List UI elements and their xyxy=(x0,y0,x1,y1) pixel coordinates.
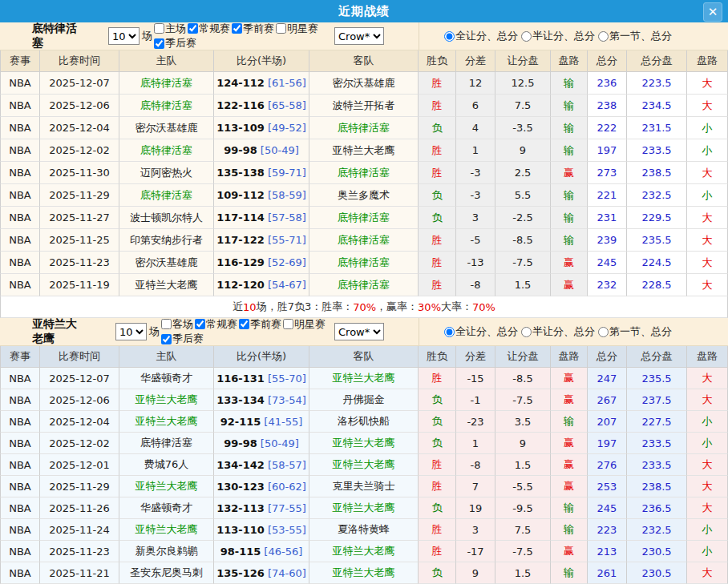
table-body: NBA2025-12-07底特律活塞124-112[61-56]密尔沃基雄鹿胜1… xyxy=(0,72,728,296)
point-diff-cell: -1 xyxy=(456,389,495,411)
point-diff-cell: -13 xyxy=(456,252,495,274)
handicap-result-cell: 输 xyxy=(551,184,588,207)
score-cell: 135-138[59-71] xyxy=(214,162,309,184)
result-cell: 胜 xyxy=(419,162,456,184)
view-radio[interactable]: 半让分、总分 xyxy=(520,324,595,339)
score-cell: 92-115[41-55] xyxy=(214,411,309,433)
odds-mode-select[interactable]: Crow* xyxy=(334,323,384,340)
over-under-cell: 大 xyxy=(687,95,728,117)
total-points-cell: 245 xyxy=(588,497,627,519)
checkbox-input[interactable] xyxy=(232,23,242,34)
handicap-line-cell: 5.5 xyxy=(495,184,551,207)
handicap-result-cell: 输 xyxy=(551,229,588,252)
handicap-result-cell: 输 xyxy=(551,411,588,433)
filter-checkbox[interactable]: 季后赛 xyxy=(160,332,204,346)
away-team-cell: 亚特兰大老鹰 xyxy=(309,541,419,562)
checkbox-input[interactable] xyxy=(154,23,164,34)
game-row: NBA2025-12-01费城76人134-142[58-57]亚特兰大老鹰胜-… xyxy=(0,454,728,476)
over-under-cell: 大 xyxy=(687,72,728,95)
column-header: 比赛时间 xyxy=(40,50,119,72)
point-diff-cell: -5 xyxy=(456,229,495,252)
checkbox-input[interactable] xyxy=(283,319,293,329)
total-line-cell: 224.5 xyxy=(627,252,687,274)
column-header: 赛事 xyxy=(0,50,40,72)
checkbox-input[interactable] xyxy=(154,38,164,49)
filter-checkbox[interactable]: 季前赛 xyxy=(237,317,281,332)
result-cell: 负 xyxy=(419,207,456,229)
view-radio[interactable]: 半让分、总分 xyxy=(520,29,595,43)
close-icon[interactable]: ✕ xyxy=(703,2,722,22)
checkbox-input[interactable] xyxy=(195,319,205,329)
checkbox-input[interactable] xyxy=(161,319,172,329)
over-under-cell: 小 xyxy=(687,117,728,139)
filter-checkbox[interactable]: 明星赛 xyxy=(274,22,318,36)
view-radio[interactable]: 第一节、总分 xyxy=(597,324,672,339)
home-team-cell: 亚特兰大老鹰 xyxy=(119,274,214,296)
league-cell: NBA xyxy=(0,562,40,584)
games-count-select[interactable]: 10 xyxy=(108,27,140,45)
radio-input[interactable] xyxy=(598,327,609,337)
filter-bar: 亚特兰大老鹰 10 场 客场常规赛季前赛明星赛季后赛 Crow* 全让分、总分半… xyxy=(0,318,728,346)
date-cell: 2025-12-06 xyxy=(40,95,119,117)
handicap-result-cell: 赢 xyxy=(551,541,588,562)
score-cell: 124-112[61-56] xyxy=(214,72,309,95)
result-cell: 负 xyxy=(419,117,456,139)
score-cell: 122-116[65-58] xyxy=(214,95,309,117)
summary-row: 近 10 场，胜7负3：胜率：70%，赢率：30% 大率：70% xyxy=(0,296,728,318)
point-diff-cell: -8 xyxy=(456,274,495,296)
handicap-line-cell: -8.5 xyxy=(495,368,551,389)
handicap-line-cell: 1.5 xyxy=(495,274,551,296)
filter-checkboxes: 主场常规赛季前赛明星赛季后赛 xyxy=(152,22,332,51)
games-count-select[interactable]: 10 xyxy=(115,323,147,340)
home-team-cell: 迈阿密热火 xyxy=(119,162,214,184)
odds-mode-select[interactable]: Crow* xyxy=(334,27,384,45)
view-radio[interactable]: 全让分、总分 xyxy=(443,29,518,43)
handicap-result-cell: 输 xyxy=(551,497,588,519)
view-radio[interactable]: 全让分、总分 xyxy=(443,324,518,339)
league-cell: NBA xyxy=(0,519,40,541)
checkbox-input[interactable] xyxy=(188,23,198,34)
point-diff-cell: -23 xyxy=(456,411,495,433)
filter-checkbox[interactable]: 明星赛 xyxy=(281,317,326,332)
total-points-cell: 232 xyxy=(588,274,627,296)
checkbox-input[interactable] xyxy=(161,334,172,344)
total-points-cell: 247 xyxy=(588,368,627,389)
filter-checkbox[interactable]: 季后赛 xyxy=(152,36,196,50)
total-points-cell: 197 xyxy=(588,433,627,454)
team-section: 底特律活塞 10 场 主场常规赛季前赛明星赛季后赛 Crow* 全让分、总分半让… xyxy=(0,22,728,318)
date-cell: 2025-11-25 xyxy=(40,229,119,252)
score-cell: 135-126[74-60] xyxy=(214,562,309,584)
point-diff-cell: -15 xyxy=(456,368,495,389)
league-cell: NBA xyxy=(0,541,40,562)
score-cell: 113-110[53-55] xyxy=(214,519,309,541)
total-line-cell: 228.5 xyxy=(627,274,687,296)
filter-checkbox[interactable]: 主场 xyxy=(152,22,186,36)
radio-input[interactable] xyxy=(598,31,609,42)
total-points-cell: 207 xyxy=(588,411,627,433)
home-team-cell: 底特律活塞 xyxy=(119,139,214,162)
column-header: 总分 xyxy=(588,50,627,72)
score-cell: 130-123[60-62] xyxy=(214,476,309,497)
filter-checkbox[interactable]: 季前赛 xyxy=(230,22,274,36)
view-radio[interactable]: 第一节、总分 xyxy=(597,29,672,43)
home-team-cell: 印第安纳步行者 xyxy=(119,229,214,252)
filter-checkbox[interactable]: 客场 xyxy=(160,317,193,332)
total-points-cell: 222 xyxy=(588,117,627,139)
over-under-cell: 大 xyxy=(687,207,728,229)
radio-input[interactable] xyxy=(521,31,532,42)
radio-input[interactable] xyxy=(444,31,455,42)
radio-input[interactable] xyxy=(444,327,455,337)
handicap-line-cell: 9 xyxy=(495,139,551,162)
modal-title: 近期战绩 xyxy=(338,4,390,19)
filter-checkbox[interactable]: 常规赛 xyxy=(193,317,237,332)
home-team-cell: 底特律活塞 xyxy=(119,184,214,207)
score-cell: 99-98[50-49] xyxy=(214,139,309,162)
away-team-cell: 密尔沃基雄鹿 xyxy=(309,72,419,95)
column-header: 总分盘 xyxy=(627,346,687,368)
filter-checkbox[interactable]: 常规赛 xyxy=(186,22,230,36)
radio-input[interactable] xyxy=(521,327,532,337)
total-line-cell: 234.5 xyxy=(627,95,687,117)
checkbox-input[interactable] xyxy=(239,319,249,329)
result-cell: 胜 xyxy=(419,274,456,296)
checkbox-input[interactable] xyxy=(276,23,286,34)
